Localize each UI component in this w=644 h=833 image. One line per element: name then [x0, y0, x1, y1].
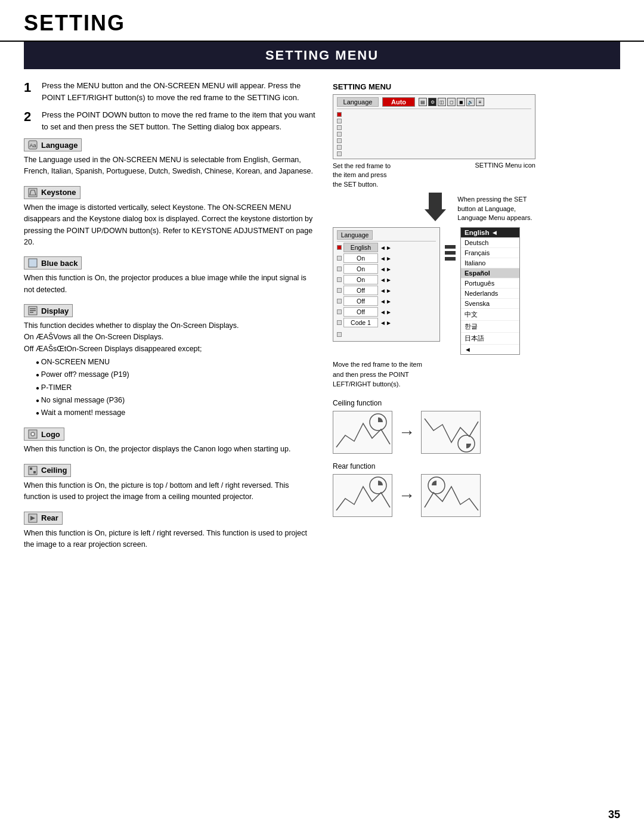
- lang-ann-3: LEFT/RIGHT button(s).: [333, 379, 620, 389]
- setting-logo: Logo When this function is On, the proje…: [24, 428, 316, 455]
- svg-rect-6: [30, 308, 36, 309]
- step-2-text: Press the POINT DOWN button to move the …: [42, 109, 316, 132]
- row-val-7: Code 1: [343, 318, 378, 327]
- ceiling-diagrams: →: [333, 411, 620, 454]
- menu-sidebar-area: [337, 111, 531, 156]
- lang-item-chinese: 中文: [461, 309, 519, 321]
- lang-row-5: Off ◄►: [337, 296, 436, 306]
- ceiling-icon: [28, 466, 38, 475]
- svg-rect-13: [30, 467, 32, 470]
- menu-icon-2-selected: ⚙: [428, 98, 436, 106]
- row-val-3: On: [343, 275, 378, 284]
- svg-rect-14: [33, 471, 36, 473]
- ceiling-label: Ceiling: [41, 466, 67, 475]
- language-annotation: Move the red frame to the item and then …: [333, 360, 620, 389]
- setting-blue-back: Blue back When this function is On, the …: [24, 256, 316, 296]
- lang-item-korean: 한글: [461, 321, 519, 333]
- section-banner: SETTING MENU: [24, 42, 620, 69]
- arrow-annotation: When pressing the SET button at Language…: [457, 195, 532, 222]
- dot-r4: [337, 288, 342, 293]
- setting-keystone: Keystone When the image is distorted ver…: [24, 186, 316, 249]
- svg-rect-8: [30, 312, 33, 313]
- thick-lines: [445, 245, 456, 261]
- lang-row-label: English: [343, 243, 378, 252]
- rear-arrow-right: →: [398, 486, 415, 505]
- lang-item-japanese: 日本語: [461, 333, 519, 345]
- arrow-r1: ◄►: [380, 255, 392, 262]
- thick-line-1: [445, 245, 456, 249]
- step-1: 1 Press the MENU button and the ON-SCREE…: [24, 80, 316, 103]
- page-header: SETTING: [0, 0, 644, 42]
- rear-icon: [28, 513, 38, 523]
- blue-back-icon: [28, 258, 38, 268]
- lang-header-row: Language: [337, 230, 436, 241]
- dot-r5: [337, 299, 342, 304]
- lang-item-nederlands: Nederlands: [461, 289, 519, 299]
- keystone-desc: When the image is distorted vertically, …: [24, 202, 316, 249]
- ceiling-function-section: Ceiling function →: [333, 399, 620, 517]
- annotation-left-line1: Set the red frame to: [333, 162, 391, 171]
- lang-ann-2: and then press the POINT: [333, 370, 620, 380]
- menu-icon-1: ▤: [419, 98, 427, 106]
- lang-row-4: Off ◄►: [337, 286, 436, 295]
- arrow-ann-line2: button at Language,: [457, 205, 532, 213]
- bullet-wait: Wait a moment! message: [36, 407, 316, 419]
- lang-arrow-icon: ◄►: [380, 244, 392, 251]
- blue-back-header: Blue back: [24, 256, 82, 270]
- setting-ceiling: Ceiling When this function is On, the pi…: [24, 464, 316, 503]
- lang-item-svenska: Svenska: [461, 299, 519, 309]
- rear-label: Rear: [41, 513, 58, 522]
- svg-rect-4: [29, 259, 37, 267]
- logo-desc: When this function is On, the projector …: [24, 444, 316, 455]
- menu-language-cell: Language: [337, 97, 379, 107]
- keystone-icon: [28, 188, 38, 197]
- display-bullets: ON-SCREEN MENU Power off? message (P19) …: [24, 356, 316, 419]
- blue-back-label: Blue back: [41, 259, 78, 268]
- language-icon: Aa: [28, 140, 38, 150]
- annotation-left-line2: the item and press: [333, 171, 391, 179]
- row-val-4: Off: [343, 286, 378, 295]
- lang-row-1: On ◄►: [337, 253, 436, 263]
- step-1-number: 1: [24, 80, 37, 103]
- dot-r7: [337, 320, 342, 325]
- annotation-left-line3: the SET button.: [333, 180, 391, 189]
- top-menu-diagram: Language Auto ▤ ⚙ ◫ ◻ ◼ 🔊 ≡: [333, 94, 535, 159]
- arrow-head: [425, 209, 446, 221]
- dot-r6: [337, 309, 342, 314]
- language-section: Language English ◄► On ◄►: [333, 227, 620, 355]
- rear-diagram-before: [333, 474, 392, 517]
- lang-item-extra: ◄: [461, 345, 519, 354]
- language-list-wrapper: English ◄ Deutsch Français Italiano Espa…: [460, 227, 520, 355]
- ceiling-function-label: Ceiling function: [333, 399, 620, 407]
- rear-header: Rear: [24, 512, 63, 525]
- setting-rear: Rear When this function is On, picture i…: [24, 512, 316, 551]
- main-layout: 1 Press the MENU button and the ON-SCREE…: [0, 80, 644, 559]
- arrow-ann-line3: Language Menu appears.: [457, 213, 532, 222]
- dot-2: [337, 119, 342, 123]
- blue-back-desc: When this function is On, the projector …: [24, 272, 316, 296]
- arrow-down-container: When pressing the SET button at Language…: [333, 193, 620, 222]
- language-mini-menu: Language English ◄► On ◄►: [333, 227, 440, 342]
- svg-text:Aa: Aa: [29, 143, 36, 148]
- setting-display: Display This function decides whether to…: [24, 304, 316, 419]
- lang-menu-rows: English ◄► On ◄► On ◄►: [337, 243, 436, 327]
- rear-diagram-after: [421, 474, 481, 517]
- menu-icon-5: ◼: [457, 98, 465, 106]
- thick-line-2: [445, 251, 456, 255]
- arrow-r4: ◄►: [380, 287, 392, 294]
- lang-item-espanol: Español: [461, 268, 519, 278]
- dot-r3: [337, 277, 342, 282]
- arrow-r2: ◄►: [380, 266, 392, 272]
- dot-5: [337, 138, 342, 143]
- lang-row-2: On ◄►: [337, 264, 436, 274]
- display-sub-on: On ÆAŠVows all the On-Screen Displays.: [24, 332, 316, 343]
- lang-row-6: Off ◄►: [337, 307, 436, 317]
- menu-content-area: [344, 111, 531, 156]
- row-val-2: On: [343, 264, 378, 274]
- dot-7: [337, 151, 342, 156]
- annotation-left: Set the red frame to the item and press …: [333, 162, 391, 189]
- lang-ann-1: Move the red frame to the item: [333, 360, 620, 370]
- keystone-label: Keystone: [41, 188, 76, 197]
- menu-icon-6: 🔊: [466, 98, 475, 106]
- step-2-number: 2: [24, 109, 37, 132]
